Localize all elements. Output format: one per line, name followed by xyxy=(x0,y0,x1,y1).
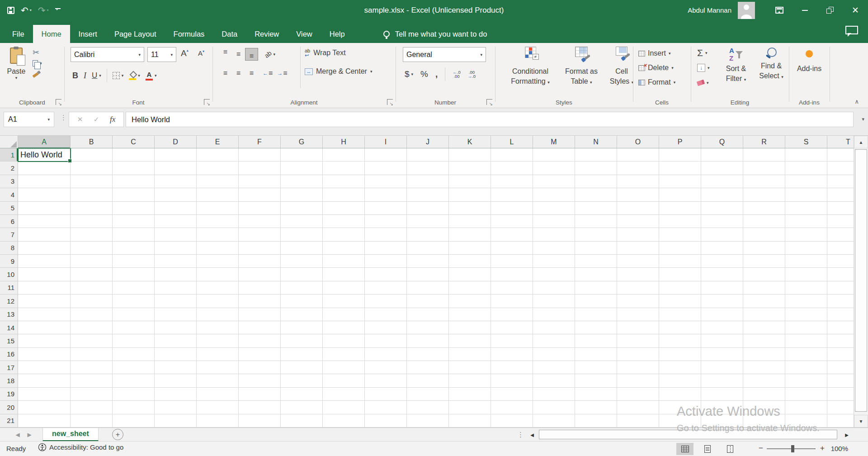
cell-G8[interactable] xyxy=(281,242,323,255)
cell-C20[interactable] xyxy=(113,401,155,414)
cell-I13[interactable] xyxy=(365,308,407,321)
cell-T20[interactable] xyxy=(827,401,854,414)
scroll-up-icon[interactable]: ▲ xyxy=(854,136,868,148)
cell-D5[interactable] xyxy=(155,202,197,215)
cell-D12[interactable] xyxy=(155,294,197,308)
cell-C19[interactable] xyxy=(113,388,155,401)
cell-M6[interactable] xyxy=(533,215,575,228)
cell-L13[interactable] xyxy=(491,308,533,321)
middle-align-button[interactable]: ≡ xyxy=(232,48,245,61)
cell-F5[interactable] xyxy=(239,202,281,215)
cell-M16[interactable] xyxy=(533,348,575,361)
cell-C21[interactable] xyxy=(113,414,155,428)
cell-I7[interactable] xyxy=(365,228,407,241)
row-header-16[interactable]: 16 xyxy=(0,348,18,361)
cell-T12[interactable] xyxy=(827,294,854,308)
cell-J1[interactable] xyxy=(407,148,449,162)
row-header-21[interactable]: 21 xyxy=(0,414,18,428)
cell-L21[interactable] xyxy=(491,414,533,428)
cell-K15[interactable] xyxy=(449,334,491,347)
cell-A2[interactable] xyxy=(18,162,71,175)
cell-I12[interactable] xyxy=(365,294,407,308)
cell-R20[interactable] xyxy=(743,401,785,414)
insert-function-icon[interactable]: fx xyxy=(110,115,115,124)
cell-G6[interactable] xyxy=(281,215,323,228)
cell-S11[interactable] xyxy=(785,281,827,294)
cell-C2[interactable] xyxy=(113,162,155,175)
cell-T5[interactable] xyxy=(827,202,854,215)
cell-S19[interactable] xyxy=(785,388,827,401)
cell-R18[interactable] xyxy=(743,374,785,387)
align-center-button[interactable]: ≡ xyxy=(232,67,245,80)
increase-decimal-button[interactable]: ←.0.00 xyxy=(453,70,460,78)
cell-C5[interactable] xyxy=(113,202,155,215)
column-header-G[interactable]: G xyxy=(281,136,323,148)
zoom-slider[interactable] xyxy=(767,448,816,449)
cell-L16[interactable] xyxy=(491,348,533,361)
cell-K13[interactable] xyxy=(449,308,491,321)
column-header-Q[interactable]: Q xyxy=(701,136,743,148)
formula-bar-resize-handle[interactable]: ⋮ xyxy=(60,114,67,122)
cell-F12[interactable] xyxy=(239,294,281,308)
column-header-R[interactable]: R xyxy=(743,136,785,148)
font-name-combo[interactable]: Calibri▾ xyxy=(71,47,144,62)
cell-T3[interactable] xyxy=(827,175,854,188)
cell-F6[interactable] xyxy=(239,215,281,228)
fill-button[interactable]: ↓▾ xyxy=(697,62,710,74)
chevron-down-icon[interactable]: ▾ xyxy=(669,51,671,56)
scroll-down-icon[interactable]: ▼ xyxy=(854,415,868,428)
cell-R16[interactable] xyxy=(743,348,785,361)
cell-B16[interactable] xyxy=(71,348,113,361)
cell-M21[interactable] xyxy=(533,414,575,428)
cell-I16[interactable] xyxy=(365,348,407,361)
align-right-button[interactable]: ≡ xyxy=(245,67,258,80)
cell-M7[interactable] xyxy=(533,228,575,241)
cell-F20[interactable] xyxy=(239,401,281,414)
increase-indent-button[interactable]: →≡ xyxy=(277,69,287,77)
cell-O1[interactable] xyxy=(617,148,659,162)
cell-E6[interactable] xyxy=(197,215,239,228)
cell-R2[interactable] xyxy=(743,162,785,175)
cell-E12[interactable] xyxy=(197,294,239,308)
cell-L7[interactable] xyxy=(491,228,533,241)
cell-J9[interactable] xyxy=(407,255,449,268)
cell-K6[interactable] xyxy=(449,215,491,228)
cell-E9[interactable] xyxy=(197,255,239,268)
horizontal-scroll-thumb[interactable] xyxy=(539,430,837,439)
cell-N20[interactable] xyxy=(575,401,617,414)
cell-R3[interactable] xyxy=(743,175,785,188)
orientation-button[interactable]: ab▾ xyxy=(264,51,275,58)
column-header-K[interactable]: K xyxy=(449,136,491,148)
cell-D1[interactable] xyxy=(155,148,197,162)
cell-N2[interactable] xyxy=(575,162,617,175)
cell-T21[interactable] xyxy=(827,414,854,428)
row-header-7[interactable]: 7 xyxy=(0,228,18,241)
cell-I2[interactable] xyxy=(365,162,407,175)
cell-Q7[interactable] xyxy=(701,228,743,241)
scroll-right-icon[interactable]: ▶ xyxy=(842,430,852,440)
row-header-15[interactable]: 15 xyxy=(0,334,18,347)
cell-D15[interactable] xyxy=(155,334,197,347)
cell-T18[interactable] xyxy=(827,374,854,387)
chevron-down-icon[interactable]: ▾ xyxy=(155,73,157,78)
cell-F18[interactable] xyxy=(239,374,281,387)
column-header-S[interactable]: S xyxy=(785,136,827,148)
cell-D19[interactable] xyxy=(155,388,197,401)
cell-N10[interactable] xyxy=(575,268,617,281)
cell-P20[interactable] xyxy=(659,401,701,414)
cell-E8[interactable] xyxy=(197,242,239,255)
cell-Q2[interactable] xyxy=(701,162,743,175)
cell-P13[interactable] xyxy=(659,308,701,321)
cell-M15[interactable] xyxy=(533,334,575,347)
cell-L10[interactable] xyxy=(491,268,533,281)
cell-A20[interactable] xyxy=(18,401,71,414)
cell-O13[interactable] xyxy=(617,308,659,321)
cell-B10[interactable] xyxy=(71,268,113,281)
cell-E3[interactable] xyxy=(197,175,239,188)
cell-S21[interactable] xyxy=(785,414,827,428)
cell-N14[interactable] xyxy=(575,321,617,334)
find-select-button[interactable]: Find & Select ▾ xyxy=(754,47,788,81)
wrap-text-button[interactable]: ab↩ Wrap Text xyxy=(305,48,346,57)
cell-I8[interactable] xyxy=(365,242,407,255)
vertical-scrollbar[interactable]: ▲ ▼ xyxy=(854,136,868,428)
